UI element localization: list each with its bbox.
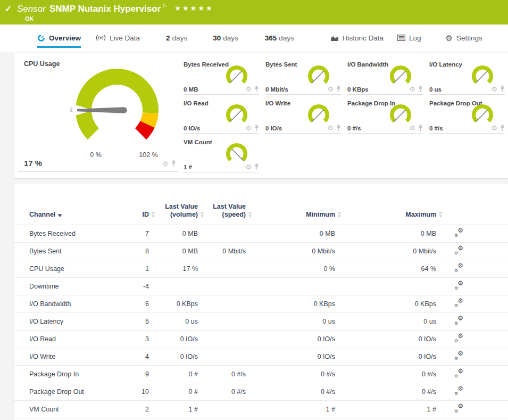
mini-gauge <box>306 64 331 88</box>
gauge-gear-icon[interactable]: ⚙ <box>491 125 497 131</box>
cpu-gauge-max-label: 102 % <box>132 151 164 159</box>
last-value-speed: 0 #/s <box>198 388 246 396</box>
edit-channel-icon[interactable]: ⚙⚙ <box>454 387 463 395</box>
column-header-text[interactable]: Channel <box>29 211 55 218</box>
table-row-i-o-bandwidth: I/O Bandwidth 6 0 KBps 0 KBps 0 KBps ⚙⚙ <box>14 295 508 313</box>
column-header-5[interactable]: Maximum <box>335 211 436 220</box>
channel-name[interactable]: Bytes Sent <box>29 248 125 255</box>
gauge-card-bytes-received: Bytes Received 0 MB ⚙ <box>184 61 259 95</box>
column-header-text[interactable]: Maximum <box>405 211 436 218</box>
gauge-card-value: 0 #/s <box>429 125 443 131</box>
flag-icon[interactable]: ⚐ <box>162 3 167 9</box>
sensor-title-row: SensorSNMP Nutanix Hypervisor⚐★★★★★ <box>17 3 214 14</box>
channel-name[interactable]: Package Drop In <box>29 370 125 378</box>
gauge-card-value: 0 us <box>429 86 442 93</box>
edit-channel-icon[interactable]: ⚙⚙ <box>454 405 463 413</box>
pin-icon[interactable] <box>336 125 341 131</box>
pin-icon[interactable] <box>418 86 423 93</box>
gauge-gear-icon[interactable]: ⚙ <box>245 163 252 170</box>
edit-channel-icon[interactable]: ⚙⚙ <box>454 264 463 272</box>
tab-number: 2 <box>166 34 170 42</box>
edit-channel-icon[interactable]: ⚙⚙ <box>454 299 463 307</box>
channel-id: -4 <box>125 283 149 290</box>
column-header-text[interactable]: Last Value <box>213 203 246 210</box>
channel-name[interactable]: VM Count <box>29 406 125 413</box>
sort-active-icon[interactable] <box>57 212 62 220</box>
gauge-card-actions: ⚙ <box>245 86 259 93</box>
last-value-volume: 0 MB <box>149 230 198 237</box>
minimum-value: 1 # <box>246 406 335 413</box>
column-header-1[interactable]: ID <box>125 211 149 220</box>
channel-name[interactable]: I/O Latency <box>29 318 125 325</box>
tab-log[interactable]: Log <box>397 33 421 48</box>
tab-30-days[interactable]: 30days <box>213 33 238 48</box>
column-header-text[interactable]: Minimum <box>306 211 335 218</box>
table-row-i-o-latency: I/O Latency 5 0 us 0 us 0 us ⚙⚙ <box>14 313 508 331</box>
pin-icon[interactable] <box>254 125 259 131</box>
tab-365-days[interactable]: 365days <box>265 33 294 48</box>
gauge-card-title: I/O Latency <box>429 61 462 68</box>
gauge-gear-icon[interactable]: ⚙ <box>409 86 415 93</box>
tab-historic-data[interactable]: Historic Data <box>330 33 384 48</box>
mini-gauge <box>388 64 413 88</box>
channel-name[interactable]: Downtime <box>29 283 125 290</box>
pin-icon[interactable] <box>418 125 423 131</box>
gauge-card-i-o-write: I/O Write 0 IO/s ⚙ <box>265 100 341 134</box>
tab-live-data[interactable]: Live Data <box>96 33 140 48</box>
channel-name[interactable]: I/O Read <box>29 335 125 343</box>
gauge-gear-icon[interactable]: ⚙ <box>162 160 169 167</box>
edit-channel-icon[interactable]: ⚙⚙ <box>454 246 463 254</box>
table-row-cpu-usage: CPU Usage 1 17 % 0 % 64 % ⚙⚙ <box>14 260 508 278</box>
cpu-gauge-average-marker: x̄ <box>70 106 73 114</box>
tab-2-days[interactable]: 2days <box>166 33 187 48</box>
gauge-card-title: I/O Bandwidth <box>347 61 388 68</box>
column-header-text[interactable]: Last Value <box>165 203 198 210</box>
gauge-gear-icon[interactable]: ⚙ <box>491 86 497 93</box>
gauge-gear-icon[interactable]: ⚙ <box>327 125 334 131</box>
column-header-text[interactable]: ID <box>143 211 149 218</box>
channel-name[interactable]: I/O Write <box>29 353 125 360</box>
last-value-volume: 0 IO/s <box>149 353 198 360</box>
pin-icon[interactable] <box>254 163 259 170</box>
cpu-card-actions: ⚙ <box>162 160 176 167</box>
sort-icon[interactable] <box>438 211 443 220</box>
channel-name[interactable]: I/O Bandwidth <box>29 300 125 308</box>
ok-check-icon: ✓ <box>5 4 12 14</box>
channel-name[interactable]: CPU Usage <box>29 265 125 273</box>
pin-icon[interactable] <box>500 86 505 93</box>
last-value-volume: 0 # <box>149 388 198 396</box>
edit-channel-icon[interactable]: ⚙⚙ <box>454 369 463 377</box>
column-header-text[interactable]: (speed) <box>222 211 246 218</box>
gauge-card-title: VM Count <box>184 139 212 145</box>
column-header-0[interactable]: Channel <box>29 211 125 220</box>
cpu-gauge-title: CPU Usage <box>24 60 60 68</box>
pin-icon[interactable] <box>171 160 176 167</box>
column-header-text[interactable]: (volume) <box>170 211 198 218</box>
pin-icon[interactable] <box>336 86 341 93</box>
edit-channel-icon[interactable]: ⚙⚙ <box>454 352 463 360</box>
pin-icon[interactable] <box>500 125 505 131</box>
gauge-gear-icon[interactable]: ⚙ <box>409 125 415 131</box>
priority-stars[interactable]: ★★★★★ <box>174 4 213 12</box>
gauge-gear-icon[interactable]: ⚙ <box>245 86 252 93</box>
pin-icon[interactable] <box>254 86 259 93</box>
column-header-4[interactable]: Minimum <box>246 211 335 220</box>
tab-overview[interactable]: Overview <box>37 33 81 48</box>
edit-channel-icon[interactable]: ⚙⚙ <box>454 317 463 325</box>
gauge-gear-icon[interactable]: ⚙ <box>245 125 252 131</box>
gauge-gear-icon[interactable]: ⚙ <box>327 86 334 93</box>
cpu-card-divider <box>18 171 178 172</box>
tab-label: days <box>172 34 188 42</box>
mini-gauge <box>224 103 249 127</box>
channel-name[interactable]: Bytes Received <box>29 230 125 237</box>
gauge-card-actions: ⚙ <box>245 125 259 131</box>
column-header-2[interactable]: Last Value(volume) <box>149 203 198 220</box>
edit-channel-icon[interactable]: ⚙⚙ <box>454 282 463 290</box>
channel-name[interactable]: Package Drop Out <box>29 388 125 396</box>
column-header-3[interactable]: Last Value(speed) <box>198 203 246 220</box>
maximum-value: 0 MB <box>335 230 436 237</box>
edit-channel-icon[interactable]: ⚙⚙ <box>454 334 463 342</box>
tab-settings[interactable]: ⚙Settings <box>446 33 482 48</box>
mini-gauge-needle <box>232 149 244 161</box>
edit-channel-icon[interactable]: ⚙⚙ <box>454 229 463 237</box>
